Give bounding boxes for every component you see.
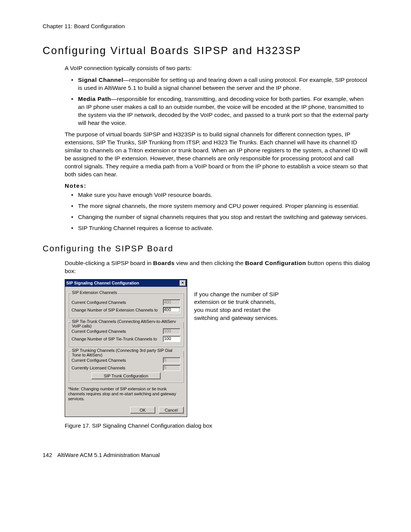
list-item: Media Path—responsible for encoding, tra… <box>71 95 371 127</box>
sip-trunk-config-button[interactable]: SIP Trunk Configuration <box>91 372 161 379</box>
group-legend: SIP Tie-Trunk Channels (Connecting AltiS… <box>71 319 183 328</box>
notes-label: Notes: <box>65 182 371 189</box>
dialog-title: SIP Signaling Channel Configuration <box>66 281 139 285</box>
notes-list: Make sure you have enough VoIP resource … <box>71 191 371 232</box>
page-number: 142 <box>43 452 52 458</box>
current-tietrunk-channels-field: 100 <box>163 328 180 334</box>
list-item: Signal Channel—responsible for setting u… <box>71 76 371 92</box>
field-label: Current Configured Channels <box>72 300 126 305</box>
ok-button[interactable]: OK <box>130 407 155 414</box>
page-title: Configuring Virtual Boards SIPSP and H32… <box>43 45 371 57</box>
licensed-channels-field: 5 <box>163 365 180 371</box>
field-label: Change Number of SIP Tie-Trunk Channels … <box>72 337 157 341</box>
config-intro: Double-clicking a SIPSP board in Boards … <box>65 259 371 275</box>
term: Signal Channel <box>78 77 123 83</box>
list-item: SIP Trunking Channel requires a license … <box>71 224 371 232</box>
boardconfig-bold: Board Configuration <box>245 260 306 266</box>
boards-bold: Boards <box>153 260 174 266</box>
cancel-button[interactable]: Cancel <box>159 407 184 414</box>
sip-signaling-dialog: SIP Signaling Channel Configuration × SI… <box>65 279 187 417</box>
figure-caption: Figure 17. SIP Signaling Channel Configu… <box>65 422 371 429</box>
side-note: If you change the number of SIP extensio… <box>194 279 282 323</box>
list-item: Changing the number of signal channels r… <box>71 213 371 221</box>
term-text: —responsible for encoding, transmitting,… <box>78 96 368 126</box>
section-heading: Configuring the SIPSP Board <box>43 244 371 254</box>
parts-list: Signal Channel—responsible for setting u… <box>71 76 371 127</box>
dialog-note: *Note: Changing number of SIP extension … <box>68 387 184 402</box>
group-legend: SIP Trunking Channels (Connecting 3rd pa… <box>71 348 183 357</box>
current-ext-channels-field: 400 <box>163 299 180 305</box>
sip-tietrunk-group: SIP Tie-Trunk Channels (Connecting AltiS… <box>68 322 184 347</box>
field-label: Change Number of SIP Extension Channels … <box>72 308 158 312</box>
close-icon[interactable]: × <box>180 280 186 286</box>
field-label: Current Configured Channels <box>72 358 126 363</box>
book-title: AltiWare ACM 5.1 Administration Manual <box>57 452 160 458</box>
field-label: Current Configured Channels <box>72 329 126 334</box>
page-footer: 142 AltiWare ACM 5.1 Administration Manu… <box>43 452 371 458</box>
change-tietrunk-channels-field[interactable]: 100 <box>163 336 180 342</box>
group-legend: SIP Extension Channels <box>71 290 118 295</box>
dialog-titlebar[interactable]: SIP Signaling Channel Configuration × <box>65 280 187 287</box>
intro-text: A VoIP connection typically consists of … <box>65 64 371 72</box>
sip-trunking-group: SIP Trunking Channels (Connecting 3rd pa… <box>68 351 184 383</box>
list-item: The more signal channels, the more syste… <box>71 202 371 210</box>
list-item: Make sure you have enough VoIP resource … <box>71 191 371 199</box>
text: view and then clicking the <box>175 260 245 266</box>
term: Media Path <box>78 96 111 102</box>
change-ext-channels-field[interactable]: 400 <box>163 307 180 313</box>
purpose-paragraph: The purpose of virtual boards SIPSP and … <box>65 131 371 179</box>
chapter-header: Chapter 11: Board Configuration <box>43 23 371 29</box>
current-trunking-channels-field: 5 <box>163 357 180 363</box>
text: Double-clicking a SIPSP board in <box>65 260 153 266</box>
sip-extension-group: SIP Extension Channels Current Configure… <box>68 293 184 318</box>
field-label: Currently Licensed Channels <box>72 366 125 370</box>
